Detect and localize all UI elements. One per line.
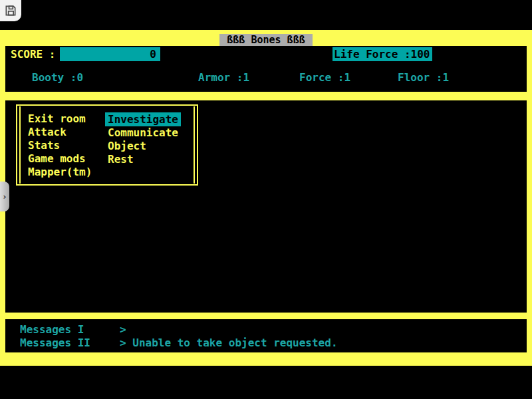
messages-2-label: Messages II	[20, 336, 90, 350]
stat-booty: Booty :0	[32, 71, 83, 84]
action-menu: Exit room Attack Stats Game mods Mapper(…	[16, 104, 198, 186]
score-value-bar: 0	[60, 47, 160, 61]
menu-item-attack[interactable]: Attack	[28, 126, 92, 139]
chevron-right-icon: ›	[2, 192, 7, 201]
life-force-bar: Life Force :100	[332, 47, 432, 61]
stat-armor: Armor :1	[198, 71, 249, 84]
menu-item-object[interactable]: Object	[105, 139, 181, 152]
status-panel: SCORE : 0 Life Force :100 Booty :0 Armor…	[5, 46, 527, 92]
menu-item-exit-room[interactable]: Exit room	[28, 112, 92, 126]
floppy-disk-icon	[4, 4, 17, 17]
stat-force: Force :1	[299, 71, 350, 84]
game-screen-frame: ßßß Bones ßßß SCORE : 0 Life Force :100 …	[0, 30, 532, 366]
score-label: SCORE :	[11, 48, 55, 61]
messages-1-content: >	[120, 323, 126, 336]
menu-item-rest[interactable]: Rest	[105, 152, 181, 166]
menu-item-mapper[interactable]: Mapper(tm)	[28, 166, 92, 179]
messages-panel: Messages I > Messages II > Unable to tak…	[5, 319, 527, 352]
drawer-toggle-tab[interactable]: ›	[0, 182, 9, 211]
menu-item-stats[interactable]: Stats	[28, 139, 92, 152]
game-title: ßßß Bones ßßß	[219, 34, 313, 46]
save-button[interactable]	[0, 0, 21, 21]
menu-item-game-mods[interactable]: Game mods	[28, 152, 92, 166]
stat-floor: Floor :1	[398, 71, 449, 84]
messages-2-content: > Unable to take object requested.	[120, 336, 338, 350]
menu-item-communicate[interactable]: Communicate	[105, 126, 181, 139]
action-menu-right-column: Investigate Communicate Object Rest	[105, 112, 181, 166]
main-viewport: Exit room Attack Stats Game mods Mapper(…	[5, 100, 527, 313]
messages-1-label: Messages I	[20, 323, 84, 336]
action-menu-left-column: Exit room Attack Stats Game mods Mapper(…	[28, 112, 92, 179]
dos-game-screen: { "icons": { "save": "floppy-disk-icon",…	[0, 0, 532, 399]
menu-item-investigate[interactable]: Investigate	[105, 112, 181, 126]
